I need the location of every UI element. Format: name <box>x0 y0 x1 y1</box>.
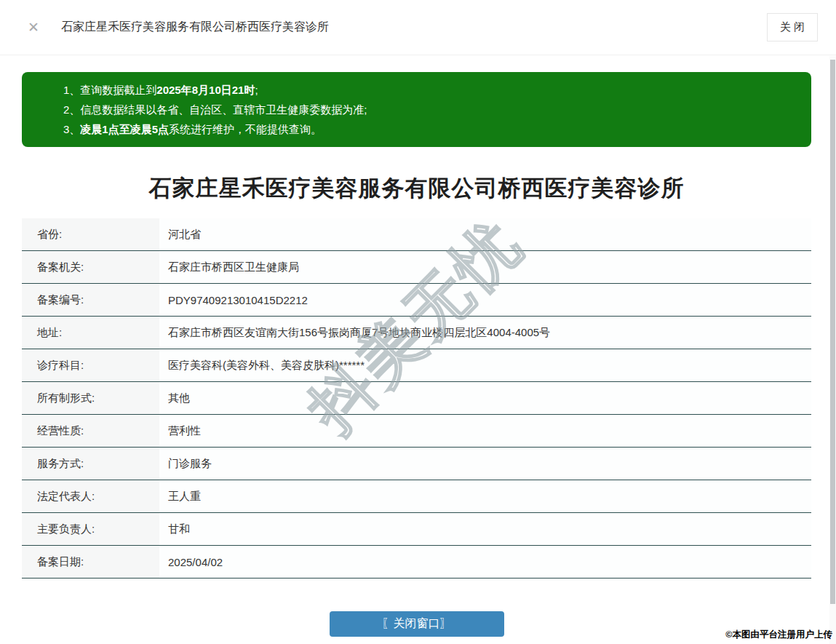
row-label: 省份: <box>22 218 159 250</box>
notice-number: 3、 <box>63 123 80 135</box>
notice-text: 查询数据截止到 <box>80 84 156 96</box>
row-label: 主要负责人: <box>22 513 159 545</box>
table-row-person-in-charge: 主要负责人: 甘和 <box>22 513 811 546</box>
close-icon[interactable]: ✕ <box>28 20 39 34</box>
row-value: 2025/04/02 <box>159 546 811 578</box>
row-value: 河北省 <box>159 218 811 250</box>
row-value: 营利性 <box>159 415 811 447</box>
row-label: 法定代表人: <box>22 480 159 512</box>
notice-text: 系统进行维护，不能提供查询。 <box>169 123 322 135</box>
row-value: PDY97409213010415D2212 <box>159 284 811 316</box>
table-row-province: 省份: 河北省 <box>22 218 811 251</box>
dialog-title: 石家庄星禾医疗美容服务有限公司桥西医疗美容诊所 <box>61 20 329 35</box>
close-window-button[interactable]: 〖关闭窗口〗 <box>330 611 504 637</box>
row-value: 医疗美容科(美容外科、美容皮肤科)****** <box>159 349 811 381</box>
notice-number: 1、 <box>63 84 80 96</box>
table-row-address: 地址: 石家庄市桥西区友谊南大街156号振岗商厦7号地块商业楼四层北区4004-… <box>22 317 811 349</box>
row-value: 甘和 <box>159 513 811 545</box>
notice-text: 信息数据结果以各省、自治区、直辖市卫生健康委数据为准; <box>80 103 367 116</box>
row-value: 石家庄市桥西区卫生健康局 <box>159 251 811 283</box>
row-label: 地址: <box>22 317 159 349</box>
scrollbar-track[interactable] <box>829 56 836 644</box>
row-label: 所有制形式: <box>22 382 159 414</box>
notice-line-3: 3、凌晨1点至凌晨5点系统进行维护，不能提供查询。 <box>63 119 797 139</box>
row-value: 王人重 <box>159 480 811 512</box>
notice-line-2: 2、信息数据结果以各省、自治区、直辖市卫生健康委数据为准; <box>63 100 797 119</box>
notice-bold-text: 2025年8月10日21时 <box>156 84 255 96</box>
notice-banner: 1、查询数据截止到2025年8月10日21时; 2、信息数据结果以各省、自治区、… <box>22 72 811 147</box>
table-row-filing-number: 备案编号: PDY97409213010415D2212 <box>22 284 811 317</box>
row-label: 服务方式: <box>22 448 159 480</box>
clinic-name-title: 石家庄星禾医疗美容服务有限公司桥西医疗美容诊所 <box>22 173 811 204</box>
row-value: 门诊服务 <box>159 448 811 480</box>
notice-line-1: 1、查询数据截止到2025年8月10日21时; <box>63 80 797 100</box>
table-row-ownership-form: 所有制形式: 其他 <box>22 382 811 415</box>
table-row-filing-authority: 备案机关: 石家庄市桥西区卫生健康局 <box>22 251 811 284</box>
main-content: 1、查询数据截止到2025年8月10日21时; 2、信息数据结果以各省、自治区、… <box>22 72 811 637</box>
table-row-service-mode: 服务方式: 门诊服务 <box>22 448 811 480</box>
registration-dialog: ✕ 石家庄星禾医疗美容服务有限公司桥西医疗美容诊所 关 闭 1、查询数据截止到2… <box>0 0 836 644</box>
table-row-medical-subjects: 诊疗科目: 医疗美容科(美容外科、美容皮肤科)****** <box>22 349 811 382</box>
table-row-business-nature: 经营性质: 营利性 <box>22 415 811 448</box>
copyright-note: ©本图由平台注册用户上传 <box>725 629 832 641</box>
table-row-filing-date: 备案日期: 2025/04/02 <box>22 546 811 579</box>
notice-number: 2、 <box>63 103 80 116</box>
notice-bold-text: 凌晨1点至凌晨5点 <box>80 123 169 135</box>
notice-text: ; <box>255 84 258 96</box>
scrollbar-thumb[interactable] <box>830 60 835 604</box>
row-label: 经营性质: <box>22 415 159 447</box>
row-label: 诊疗科目: <box>22 349 159 381</box>
row-label: 备案编号: <box>22 284 159 316</box>
dialog-header: ✕ 石家庄星禾医疗美容服务有限公司桥西医疗美容诊所 关 闭 <box>0 0 836 55</box>
info-table: 省份: 河北省 备案机关: 石家庄市桥西区卫生健康局 备案编号: PDY9740… <box>22 218 811 579</box>
table-row-legal-representative: 法定代表人: 王人重 <box>22 480 811 513</box>
row-value: 其他 <box>159 382 811 414</box>
row-label: 备案日期: <box>22 546 159 578</box>
close-button[interactable]: 关 闭 <box>767 13 818 41</box>
row-value: 石家庄市桥西区友谊南大街156号振岗商厦7号地块商业楼四层北区4004-4005… <box>159 317 811 349</box>
row-label: 备案机关: <box>22 251 159 283</box>
